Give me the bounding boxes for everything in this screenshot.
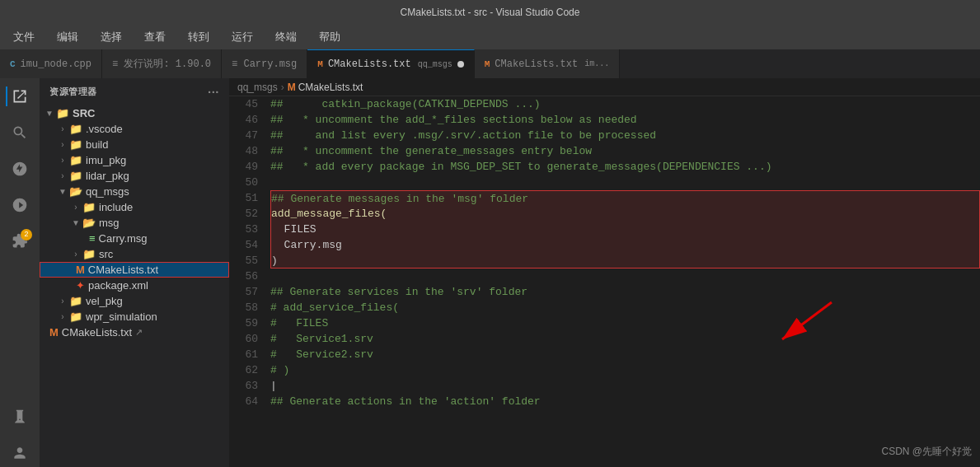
tree-carry-msg[interactable]: ≡ Carry.msg (40, 231, 229, 246)
code-line-55: ) (270, 253, 980, 269)
tree-arrow-build: › (56, 140, 69, 149)
code-line-63: | (270, 378, 980, 394)
tree-vscode[interactable]: › 📁 .vscode (40, 121, 229, 137)
tree-label-include: include (99, 201, 133, 213)
folder-icon-lidar: 📁 (69, 170, 82, 182)
menu-select[interactable]: 选择 (96, 28, 127, 46)
folder-icon-vscode: 📁 (69, 123, 82, 135)
folder-icon-qq: 📂 (69, 185, 82, 198)
code-line-49: ## * add every package in MSG_DEP_SET to… (270, 159, 980, 175)
tree-src[interactable]: ▼ 📁 SRC (40, 105, 229, 121)
tab-label-release: ≡ 发行说明: 1.90.0 (112, 57, 211, 71)
tree-arrow-src2: › (69, 250, 82, 259)
tree-arrow-vscode: › (56, 124, 69, 133)
menu-run[interactable]: 运行 (227, 28, 258, 46)
folder-icon-src: 📁 (56, 107, 69, 119)
menu-goto[interactable]: 转到 (183, 28, 214, 46)
code-editor[interactable]: qq_msgs › M CMakeLists.txt 4546474849505… (229, 78, 980, 467)
breadcrumb-file: CMakeLists.txt (298, 82, 363, 93)
tree-vel-pkg[interactable]: › 📁 vel_pkg (40, 293, 229, 309)
tree-cmake-root[interactable]: M CMakeLists.txt ↗ (40, 325, 229, 340)
tab-context: qq_msgs (418, 60, 452, 69)
tree-label-src: SRC (73, 107, 95, 119)
tree-label-imu: imu_pkg (86, 154, 126, 166)
tree-label-carry: Carry.msg (99, 232, 148, 245)
tab-release[interactable]: ≡ 发行说明: 1.90.0 (102, 49, 222, 78)
tree-cmake-selected[interactable]: M CMakeLists.txt (40, 262, 229, 278)
code-line-48: ## * uncomment the generate_messages ent… (270, 143, 980, 159)
sidebar-tree: ▼ 📁 SRC › 📁 .vscode › 📁 build › 📁 imu_pk… (40, 105, 229, 467)
code-line-58: # add_service_files( (270, 300, 980, 315)
tree-label-build: build (86, 138, 108, 151)
activity-extensions[interactable]: 2 (6, 227, 34, 255)
menu-edit[interactable]: 编辑 (52, 28, 83, 46)
title-bar: CMakeLists.txt - src - Visual Studio Cod… (0, 0, 980, 25)
tree-arrow-lidar: › (56, 171, 69, 180)
tree-msg[interactable]: ▼ 📂 msg (40, 215, 229, 231)
tab-context-2: im... (584, 59, 609, 68)
code-line-62: # ) (270, 362, 980, 378)
tree-package-xml[interactable]: ✦ package.xml (40, 278, 229, 293)
sidebar-more-icon[interactable]: ··· (208, 85, 219, 99)
tab-imu-node[interactable]: C imu_node.cpp (0, 49, 102, 78)
tree-include[interactable]: › 📁 include (40, 199, 229, 215)
title-text: CMakeLists.txt - src - Visual Studio Cod… (401, 7, 580, 18)
code-lines[interactable]: ## catkin_package(CATKIN_DEPENDS ...)## … (266, 96, 980, 467)
activity-git[interactable] (6, 155, 34, 183)
breadcrumb-qq: qq_msgs (237, 82, 278, 93)
tab-label-cmake-active: CMakeLists.txt (328, 58, 411, 70)
tree-qq-msgs[interactable]: ▼ 📂 qq_msgs (40, 184, 229, 199)
code-line-52: add_message_files( (270, 206, 980, 222)
tree-label-cmake-sel: CMakeLists.txt (88, 264, 158, 276)
code-line-51: ## Generate messages in the 'msg' folder (270, 190, 980, 206)
folder-icon-wpr: 📁 (69, 311, 82, 323)
breadcrumb-m-icon: M (288, 82, 296, 93)
activity-explorer[interactable] (6, 82, 34, 110)
menu-view[interactable]: 查看 (139, 28, 171, 46)
code-line-60: # Service1.srv (270, 331, 980, 347)
tree-cmake-root-arrow: ↗ (135, 327, 143, 338)
tab-cmake-active[interactable]: M CMakeLists.txt qq_msgs (307, 49, 474, 78)
sidebar-header: 资源管理器 ··· (40, 78, 229, 105)
tab-cmake-2[interactable]: M CMakeLists.txt im... (475, 49, 620, 78)
code-line-56 (270, 269, 980, 284)
activity-flask[interactable] (6, 403, 34, 431)
tree-imu-pkg[interactable]: › 📁 imu_pkg (40, 152, 229, 168)
tree-wpr-sim[interactable]: › 📁 wpr_simulation (40, 309, 229, 325)
code-content: 4546474849505152535455565758596061626364… (229, 96, 980, 467)
tree-src-folder[interactable]: › 📁 src (40, 246, 229, 262)
folder-icon-include: 📁 (82, 201, 96, 213)
menu-file[interactable]: 文件 (8, 28, 40, 46)
cpp-icon: C (10, 59, 16, 69)
tree-label-vscode: .vscode (86, 123, 123, 135)
menu-terminal[interactable]: 终端 (270, 28, 302, 46)
tree-label-lidar: lidar_pkg (86, 170, 129, 182)
tree-build[interactable]: › 📁 build (40, 137, 229, 152)
xml-file-icon: ✦ (76, 279, 85, 292)
tab-carry-msg[interactable]: ≡ Carry.msg (222, 49, 307, 78)
tree-lidar-pkg[interactable]: › 📁 lidar_pkg (40, 168, 229, 184)
folder-icon-src2: 📁 (82, 248, 96, 260)
activity-person[interactable] (6, 439, 34, 467)
tree-arrow-qq: ▼ (56, 187, 69, 196)
tree-label-pkg: package.xml (88, 279, 148, 292)
folder-icon-msg: 📂 (82, 217, 96, 229)
tree-arrow-vel: › (56, 297, 69, 306)
folder-icon-build: 📁 (69, 138, 82, 151)
tree-label-cmake-root: CMakeLists.txt (62, 326, 132, 339)
breadcrumb: qq_msgs › M CMakeLists.txt (229, 78, 980, 96)
tree-label-msg: msg (99, 217, 120, 229)
activity-search[interactable] (6, 119, 34, 147)
cmake-root-icon: M (49, 326, 59, 339)
cmake-icon-active: M (317, 59, 323, 69)
code-line-53: FILES (270, 222, 980, 237)
msg-file-icon: ≡ (89, 232, 96, 245)
code-line-45: ## catkin_package(CATKIN_DEPENDS ...) (270, 96, 980, 112)
activity-debug[interactable] (6, 191, 34, 219)
tab-label-carry: ≡ Carry.msg (232, 58, 297, 70)
line-numbers: 4546474849505152535455565758596061626364 (229, 96, 266, 467)
sidebar-title: 资源管理器 (49, 86, 97, 98)
code-line-47: ## and list every .msg/.srv/.action file… (270, 128, 980, 143)
menu-help[interactable]: 帮助 (314, 28, 345, 46)
extensions-badge: 2 (21, 229, 32, 241)
